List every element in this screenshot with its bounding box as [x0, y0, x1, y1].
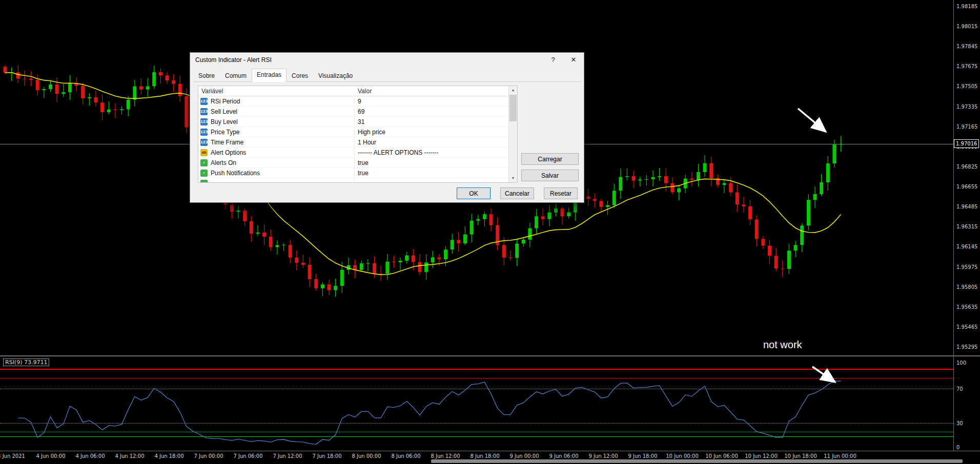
time-axis-label: 8 Jun 18:00 [470, 453, 499, 459]
price-axis-label: 1.97845 [956, 44, 977, 49]
ok-button[interactable]: OK [457, 187, 491, 199]
tab-cores[interactable]: Cores [287, 70, 313, 82]
table-body: 123RSi Period9123Sell Level69123Buy Leve… [198, 96, 508, 182]
param-row[interactable]: 123Time Frame1 Hour [198, 137, 508, 147]
rsi-indicator-label[interactable]: RSI(9) 73.9711 [3, 358, 49, 366]
param-int-icon: 123 [200, 108, 208, 115]
param-row[interactable]: 123Price TypeHigh price [198, 127, 508, 137]
time-axis-label: 4 Jun 12:00 [115, 453, 144, 459]
cancel-button[interactable]: Cancelar [500, 187, 534, 199]
time-axis-label: 8 Jun 00:00 [352, 453, 381, 459]
rsi-buy-level-line [0, 432, 953, 432]
tab-comum[interactable]: Comum [220, 70, 252, 82]
column-header-value: Valor [354, 86, 508, 96]
param-bool-icon: ✓ [200, 170, 208, 177]
scroll-up-icon[interactable]: ▲ [509, 86, 517, 94]
param-name: Sell Level [211, 107, 237, 117]
rsi-axis-label: 0 [956, 445, 959, 450]
time-axis-label: 3 Jun 2021 [0, 453, 25, 459]
param-value[interactable]: 69 [354, 107, 364, 117]
param-value[interactable]: 9 [354, 96, 361, 107]
param-value[interactable]: 1 Hour [354, 137, 376, 147]
rsi-axis-label: 70 [956, 386, 963, 391]
time-axis-label: 4 Jun 00:00 [36, 453, 65, 459]
horizontal-scrollbar-thumb[interactable] [431, 459, 963, 463]
param-int-icon: 123 [200, 98, 208, 105]
time-axis-label: 8 Jun 06:00 [391, 453, 420, 459]
price-axis-label: 1.97335 [956, 103, 977, 109]
param-value[interactable]: 31 [354, 117, 364, 127]
column-header-variable: Variável [198, 86, 354, 96]
param-row[interactable]: 123Buy Level31 [198, 117, 508, 127]
rsi-axis-label: 100 [956, 360, 966, 366]
time-axis-label: 4 Jun 18:00 [154, 453, 183, 459]
price-axis-label: 1.97165 [956, 123, 977, 129]
time-axis-label: 10 Jun 18:00 [784, 453, 817, 459]
param-row[interactable]: ✓ [198, 178, 508, 182]
time-axis-label: 8 Jun 12:00 [431, 453, 460, 459]
rsi-buy-level-line [0, 436, 953, 437]
price-axis-label: 1.95975 [956, 264, 977, 269]
param-bool-icon: ✓ [200, 159, 208, 166]
axis-separator [0, 451, 980, 451]
reset-button[interactable]: Resetar [544, 187, 578, 199]
param-name: Price Type [211, 127, 239, 137]
param-row[interactable]: ✓Alerts Ontrue [198, 158, 508, 168]
dialog-titlebar[interactable]: Custom Indicator - Alert RSI ? ✕ [190, 53, 584, 67]
param-value[interactable]: true [354, 168, 369, 178]
time-axis-label: 7 Jun 18:00 [312, 453, 341, 459]
time-axis-label: 7 Jun 06:00 [233, 453, 262, 459]
price-axis-label: 1.96825 [956, 163, 977, 169]
param-int-icon: 123 [200, 139, 208, 146]
param-value[interactable]: ------- ALERT OPTIONS ------- [354, 147, 439, 158]
param-row[interactable]: ✓Push Notificationstrue [198, 168, 508, 178]
scroll-thumb[interactable] [509, 95, 517, 121]
param-row[interactable]: 123Sell Level69 [198, 107, 508, 117]
help-button[interactable]: ? [543, 53, 563, 67]
time-axis-label: 10 Jun 12:00 [745, 453, 778, 459]
time-axis-label: 9 Jun 06:00 [549, 453, 578, 459]
param-value[interactable]: High price [354, 127, 385, 137]
time-axis-label: 7 Jun 12:00 [273, 453, 302, 459]
param-int-icon: 123 [200, 129, 208, 136]
param-row[interactable]: abAlert Options------- ALERT OPTIONS ---… [198, 147, 508, 158]
price-axis-label: 1.96145 [956, 244, 977, 249]
tab-visualização[interactable]: Visualização [313, 70, 358, 82]
tab-strip: SobreComumEntradasCoresVisualização [193, 69, 581, 82]
time-axis-label: 9 Jun 00:00 [509, 453, 539, 459]
tab-sobre[interactable]: Sobre [193, 70, 220, 82]
rsi-dotted-level-line [0, 423, 953, 424]
close-icon[interactable]: ✕ [563, 53, 584, 67]
time-axis-label: 7 Jun 00:00 [194, 453, 223, 459]
param-str-icon: ab [200, 149, 208, 156]
param-int-icon: 123 [200, 118, 208, 125]
window-separator[interactable] [0, 355, 980, 356]
rsi-sell-level-line [0, 378, 953, 378]
time-axis-label: 10 Jun 00:00 [666, 453, 699, 459]
param-row[interactable]: 123RSi Period9 [198, 96, 508, 107]
table-scrollbar[interactable]: ▲ ▼ [508, 86, 517, 182]
annotation-text: not work [763, 339, 802, 351]
time-axis-label: 9 Jun 18:00 [628, 453, 657, 459]
params-table: Variável Valor 123RSi Period9123Sell Lev… [198, 86, 518, 183]
table-header-row: Variável Valor [198, 86, 508, 96]
load-button[interactable]: Carregar [521, 153, 579, 165]
column-divider [354, 86, 355, 182]
param-name: Alerts On [211, 158, 236, 168]
price-axis-label: 1.95465 [956, 324, 977, 329]
time-axis-label: 10 Jun 06:00 [705, 453, 738, 459]
price-axis-label: 1.95805 [956, 284, 977, 289]
price-axis-label: 1.96655 [956, 184, 977, 189]
param-value[interactable]: true [354, 158, 369, 168]
save-button[interactable]: Salvar [521, 170, 579, 181]
rsi-dotted-level-line [0, 389, 953, 389]
scroll-down-icon[interactable]: ▼ [509, 174, 517, 182]
price-axis-label: 1.96315 [956, 224, 977, 229]
param-name: Buy Level [211, 117, 238, 127]
rsi-axis-label: 30 [956, 420, 963, 426]
param-name: Time Frame [211, 137, 243, 147]
trading-chart-window: 1.97016 RSI(9) 73.9711 not work Custom I… [0, 0, 980, 464]
rsi-sell-level-line [0, 369, 953, 370]
param-name: Alert Options [211, 147, 246, 158]
tab-entradas[interactable]: Entradas [252, 69, 287, 82]
